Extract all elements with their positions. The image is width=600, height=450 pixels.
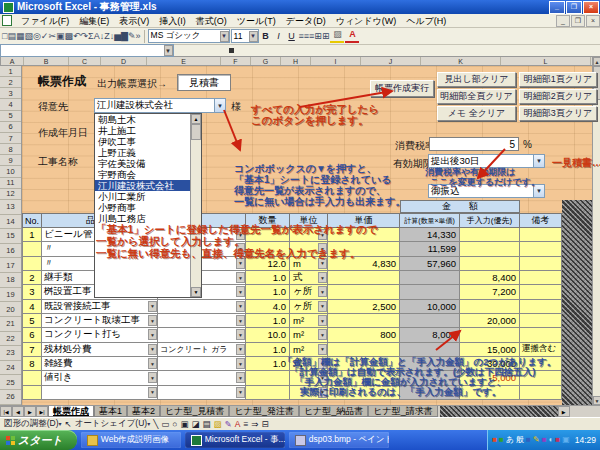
taskbar-item[interactable]: Microsoft Excel - 事...	[185, 432, 285, 448]
cell-note[interactable]	[520, 386, 562, 400]
clear-button[interactable]: 明細部2頁クリア	[519, 89, 597, 104]
cell-name[interactable]: コンクリート打ち▼	[42, 328, 158, 342]
cell-unit[interactable]: ヶ所▼	[290, 285, 328, 299]
row-header[interactable]: 15	[0, 229, 21, 244]
cell-no[interactable]	[22, 242, 42, 256]
select-pointer-icon[interactable]: ↖	[65, 419, 72, 429]
output-type-field[interactable]: 見積書	[177, 74, 231, 91]
cell-note[interactable]	[520, 300, 562, 314]
cell-qty[interactable]	[246, 371, 290, 385]
create-report-button[interactable]: 帳票作成実行	[370, 80, 434, 97]
cell-note[interactable]: 運搬含む	[520, 343, 562, 357]
column-header[interactable]: I	[311, 57, 361, 65]
last-sheet-icon[interactable]: ▶|	[36, 406, 48, 417]
cell-price[interactable]: 2,500	[328, 300, 400, 314]
sheet-tab[interactable]: ヒナ型_発注書	[229, 406, 298, 417]
restore-button[interactable]: ❐	[566, 1, 582, 14]
customer-list-item[interactable]: 宇野商会	[95, 169, 201, 180]
cell-price[interactable]: 800	[328, 328, 400, 342]
cell-calc[interactable]: 11,599	[400, 242, 460, 256]
cell-manual[interactable]: 20,000	[460, 314, 520, 328]
cell-manual[interactable]	[460, 257, 520, 271]
row-header[interactable]: 8	[0, 144, 21, 155]
column-header[interactable]: G	[251, 57, 281, 65]
scroll-down-icon[interactable]: ▼	[593, 396, 600, 405]
customer-list-item[interactable]: 朝島土木	[95, 114, 201, 125]
redo-icon[interactable]: ↷	[81, 31, 89, 41]
menu-item[interactable]: データ(D)	[281, 16, 331, 26]
merge-center-icon[interactable]: ⊞	[314, 31, 322, 41]
cell-manual[interactable]	[460, 300, 520, 314]
clear-button[interactable]: メモ 全クリア	[437, 106, 516, 121]
undo-icon[interactable]: ↶	[73, 31, 81, 41]
italic-button[interactable]: I	[273, 31, 285, 41]
chevron-down-icon[interactable]: ▼	[236, 272, 245, 283]
cell-spec[interactable]: ▼	[158, 371, 246, 385]
tray-volume-icon[interactable]: ◐	[548, 430, 553, 450]
sheet-tab[interactable]: ヒナ型_見積書	[160, 406, 229, 417]
chevron-down-icon[interactable]: ▼	[533, 155, 544, 167]
doc-minimize-button[interactable]: _	[556, 15, 570, 27]
scroll-up-icon[interactable]: ▲	[593, 57, 600, 66]
chevron-down-icon[interactable]: ▼	[236, 344, 245, 355]
cell-price[interactable]	[328, 314, 400, 328]
row-header[interactable]: 4	[0, 99, 21, 110]
column-header[interactable]: E	[147, 57, 221, 65]
row-header[interactable]: 25	[0, 375, 21, 390]
column-header[interactable]: H	[281, 57, 311, 65]
cell-spec[interactable]: ▼	[158, 300, 246, 314]
tray-app-icon[interactable]: ■	[555, 430, 560, 450]
cell-no[interactable]: 5	[22, 314, 42, 328]
first-sheet-icon[interactable]: |◀	[0, 406, 12, 417]
cell-qty[interactable]	[246, 386, 290, 400]
cell-qty[interactable]: 10.0	[246, 328, 290, 342]
customer-list-item[interactable]: 江川建設株式会社	[95, 180, 201, 191]
cell-manual[interactable]: 15,000	[460, 343, 520, 357]
cell-unit[interactable]: 式▼	[290, 271, 328, 285]
line-style-icon[interactable]: ≡	[243, 419, 248, 429]
sort-desc-icon[interactable]: Z↓	[104, 31, 114, 41]
cell-manual[interactable]	[460, 328, 520, 342]
ime-mode-icon[interactable]: 般	[516, 430, 524, 450]
arrow-style-icon[interactable]: ⇒	[251, 419, 258, 429]
start-button[interactable]: スタート	[0, 430, 77, 450]
fill-color-icon[interactable]: ▨	[214, 419, 222, 429]
minimize-button[interactable]: _	[549, 1, 565, 14]
open-icon[interactable]: ▤	[7, 31, 16, 41]
customer-list-item[interactable]: 小川工業所	[95, 191, 201, 202]
more-buttons-icon[interactable]: »	[136, 31, 141, 41]
sheet-tab[interactable]: 基本1	[94, 406, 127, 417]
cell-unit[interactable]: m²▼	[290, 328, 328, 342]
font-color-icon[interactable]: A	[345, 29, 359, 43]
sort-asc-icon[interactable]: A↓	[94, 31, 105, 41]
row-header[interactable]: 3	[0, 88, 21, 99]
cell-spec[interactable]: ▼	[158, 314, 246, 328]
row-header[interactable]: 18	[0, 273, 21, 288]
menu-item[interactable]: 編集(E)	[74, 16, 114, 26]
chevron-down-icon[interactable]: ▼	[236, 358, 245, 369]
font-name-select[interactable]: MS ゴシック▼	[148, 29, 230, 43]
cell-note[interactable]	[520, 285, 562, 299]
menu-item[interactable]: ツール(T)	[232, 16, 281, 26]
customer-list-item[interactable]: 上野正義	[95, 147, 201, 158]
cell-name[interactable]: 値引き▼	[42, 371, 158, 385]
cell-note[interactable]	[520, 257, 562, 271]
cell-calc[interactable]	[400, 271, 460, 285]
chevron-down-icon[interactable]: ▼	[148, 301, 157, 312]
column-header[interactable]: D	[101, 57, 147, 65]
cell-no[interactable]: 1	[22, 228, 42, 242]
print-icon[interactable]: ▧	[24, 31, 33, 41]
print-preview-icon[interactable]: ◎	[33, 31, 41, 41]
oval-tool-icon[interactable]: ○	[172, 419, 177, 429]
doc-restore-button[interactable]: ❐	[571, 15, 585, 27]
cell-no[interactable]: 6	[22, 328, 42, 342]
clear-button[interactable]: 明細部1頁クリア	[519, 72, 597, 87]
chart-wizard-icon[interactable]: ▅▇	[114, 31, 128, 41]
cell-name[interactable]: ▼	[42, 386, 158, 400]
next-sheet-icon[interactable]: ▶	[24, 406, 36, 417]
cell-spec[interactable]: コンクリート ガラ▼	[158, 343, 246, 357]
row-header[interactable]: 19	[0, 288, 21, 303]
autoshape-menu[interactable]: オートシェイプ(U)▾	[75, 418, 151, 430]
menu-item[interactable]: 表示(V)	[114, 16, 154, 26]
cell-no[interactable]: 3	[22, 285, 42, 299]
